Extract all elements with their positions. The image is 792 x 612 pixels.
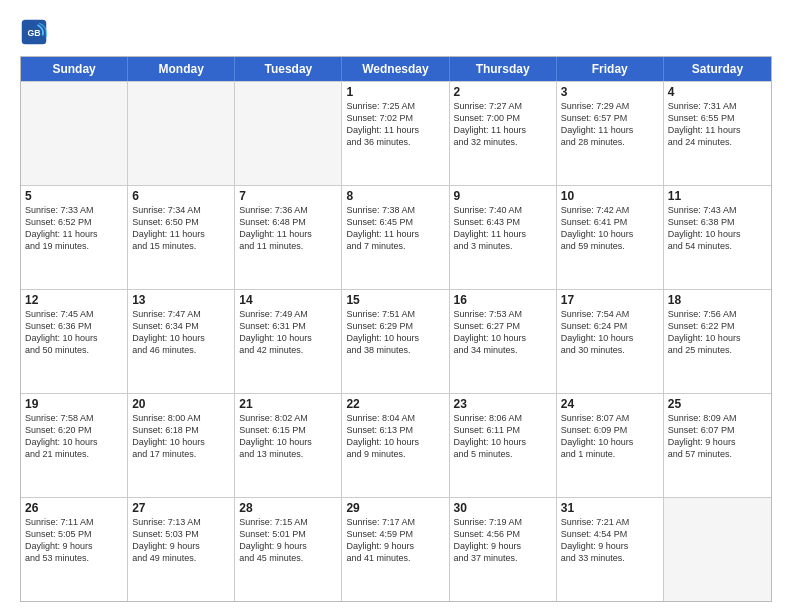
day-number: 1 xyxy=(346,85,444,99)
calendar-cell: 21Sunrise: 8:02 AMSunset: 6:15 PMDayligh… xyxy=(235,394,342,497)
calendar-cell: 12Sunrise: 7:45 AMSunset: 6:36 PMDayligh… xyxy=(21,290,128,393)
calendar-row-1: 1Sunrise: 7:25 AMSunset: 7:02 PMDaylight… xyxy=(21,81,771,185)
cell-info: Sunrise: 7:56 AMSunset: 6:22 PMDaylight:… xyxy=(668,308,767,357)
calendar-cell: 10Sunrise: 7:42 AMSunset: 6:41 PMDayligh… xyxy=(557,186,664,289)
calendar-row-4: 19Sunrise: 7:58 AMSunset: 6:20 PMDayligh… xyxy=(21,393,771,497)
calendar-cell: 5Sunrise: 7:33 AMSunset: 6:52 PMDaylight… xyxy=(21,186,128,289)
calendar-cell: 23Sunrise: 8:06 AMSunset: 6:11 PMDayligh… xyxy=(450,394,557,497)
day-number: 2 xyxy=(454,85,552,99)
cell-info: Sunrise: 7:47 AMSunset: 6:34 PMDaylight:… xyxy=(132,308,230,357)
cell-info: Sunrise: 7:45 AMSunset: 6:36 PMDaylight:… xyxy=(25,308,123,357)
cell-info: Sunrise: 8:07 AMSunset: 6:09 PMDaylight:… xyxy=(561,412,659,461)
calendar-cell: 31Sunrise: 7:21 AMSunset: 4:54 PMDayligh… xyxy=(557,498,664,601)
calendar-cell: 18Sunrise: 7:56 AMSunset: 6:22 PMDayligh… xyxy=(664,290,771,393)
cell-info: Sunrise: 8:09 AMSunset: 6:07 PMDaylight:… xyxy=(668,412,767,461)
day-number: 26 xyxy=(25,501,123,515)
header-day-sunday: Sunday xyxy=(21,57,128,81)
day-number: 15 xyxy=(346,293,444,307)
calendar-cell: 6Sunrise: 7:34 AMSunset: 6:50 PMDaylight… xyxy=(128,186,235,289)
cell-info: Sunrise: 7:25 AMSunset: 7:02 PMDaylight:… xyxy=(346,100,444,149)
cell-info: Sunrise: 8:00 AMSunset: 6:18 PMDaylight:… xyxy=(132,412,230,461)
day-number: 11 xyxy=(668,189,767,203)
calendar-cell: 15Sunrise: 7:51 AMSunset: 6:29 PMDayligh… xyxy=(342,290,449,393)
page-header: GB xyxy=(20,18,772,46)
calendar-cell: 8Sunrise: 7:38 AMSunset: 6:45 PMDaylight… xyxy=(342,186,449,289)
cell-info: Sunrise: 7:11 AMSunset: 5:05 PMDaylight:… xyxy=(25,516,123,565)
calendar-body: 1Sunrise: 7:25 AMSunset: 7:02 PMDaylight… xyxy=(21,81,771,601)
cell-info: Sunrise: 7:49 AMSunset: 6:31 PMDaylight:… xyxy=(239,308,337,357)
calendar-cell: 22Sunrise: 8:04 AMSunset: 6:13 PMDayligh… xyxy=(342,394,449,497)
calendar-cell: 17Sunrise: 7:54 AMSunset: 6:24 PMDayligh… xyxy=(557,290,664,393)
calendar-cell: 9Sunrise: 7:40 AMSunset: 6:43 PMDaylight… xyxy=(450,186,557,289)
calendar-cell: 25Sunrise: 8:09 AMSunset: 6:07 PMDayligh… xyxy=(664,394,771,497)
cell-info: Sunrise: 8:06 AMSunset: 6:11 PMDaylight:… xyxy=(454,412,552,461)
calendar-cell: 14Sunrise: 7:49 AMSunset: 6:31 PMDayligh… xyxy=(235,290,342,393)
header-day-saturday: Saturday xyxy=(664,57,771,81)
cell-info: Sunrise: 7:27 AMSunset: 7:00 PMDaylight:… xyxy=(454,100,552,149)
cell-info: Sunrise: 8:04 AMSunset: 6:13 PMDaylight:… xyxy=(346,412,444,461)
cell-info: Sunrise: 7:54 AMSunset: 6:24 PMDaylight:… xyxy=(561,308,659,357)
day-number: 7 xyxy=(239,189,337,203)
calendar-cell: 4Sunrise: 7:31 AMSunset: 6:55 PMDaylight… xyxy=(664,82,771,185)
cell-info: Sunrise: 7:19 AMSunset: 4:56 PMDaylight:… xyxy=(454,516,552,565)
calendar-cell: 29Sunrise: 7:17 AMSunset: 4:59 PMDayligh… xyxy=(342,498,449,601)
calendar-cell: 13Sunrise: 7:47 AMSunset: 6:34 PMDayligh… xyxy=(128,290,235,393)
cell-info: Sunrise: 7:29 AMSunset: 6:57 PMDaylight:… xyxy=(561,100,659,149)
day-number: 21 xyxy=(239,397,337,411)
calendar-cell: 16Sunrise: 7:53 AMSunset: 6:27 PMDayligh… xyxy=(450,290,557,393)
day-number: 18 xyxy=(668,293,767,307)
cell-info: Sunrise: 7:15 AMSunset: 5:01 PMDaylight:… xyxy=(239,516,337,565)
calendar-header: SundayMondayTuesdayWednesdayThursdayFrid… xyxy=(21,57,771,81)
calendar-cell xyxy=(664,498,771,601)
header-day-monday: Monday xyxy=(128,57,235,81)
calendar-page: GB SundayMondayTuesdayWednesdayThursdayF… xyxy=(0,0,792,612)
calendar-cell: 11Sunrise: 7:43 AMSunset: 6:38 PMDayligh… xyxy=(664,186,771,289)
cell-info: Sunrise: 7:40 AMSunset: 6:43 PMDaylight:… xyxy=(454,204,552,253)
day-number: 9 xyxy=(454,189,552,203)
calendar-cell xyxy=(235,82,342,185)
day-number: 14 xyxy=(239,293,337,307)
day-number: 20 xyxy=(132,397,230,411)
cell-info: Sunrise: 7:38 AMSunset: 6:45 PMDaylight:… xyxy=(346,204,444,253)
day-number: 27 xyxy=(132,501,230,515)
day-number: 22 xyxy=(346,397,444,411)
calendar-row-5: 26Sunrise: 7:11 AMSunset: 5:05 PMDayligh… xyxy=(21,497,771,601)
day-number: 31 xyxy=(561,501,659,515)
calendar-cell: 28Sunrise: 7:15 AMSunset: 5:01 PMDayligh… xyxy=(235,498,342,601)
calendar-cell: 27Sunrise: 7:13 AMSunset: 5:03 PMDayligh… xyxy=(128,498,235,601)
cell-info: Sunrise: 7:33 AMSunset: 6:52 PMDaylight:… xyxy=(25,204,123,253)
day-number: 29 xyxy=(346,501,444,515)
day-number: 12 xyxy=(25,293,123,307)
day-number: 3 xyxy=(561,85,659,99)
calendar-cell: 19Sunrise: 7:58 AMSunset: 6:20 PMDayligh… xyxy=(21,394,128,497)
day-number: 10 xyxy=(561,189,659,203)
cell-info: Sunrise: 7:17 AMSunset: 4:59 PMDaylight:… xyxy=(346,516,444,565)
day-number: 13 xyxy=(132,293,230,307)
cell-info: Sunrise: 7:53 AMSunset: 6:27 PMDaylight:… xyxy=(454,308,552,357)
day-number: 30 xyxy=(454,501,552,515)
cell-info: Sunrise: 7:43 AMSunset: 6:38 PMDaylight:… xyxy=(668,204,767,253)
calendar-cell: 2Sunrise: 7:27 AMSunset: 7:00 PMDaylight… xyxy=(450,82,557,185)
day-number: 28 xyxy=(239,501,337,515)
day-number: 23 xyxy=(454,397,552,411)
cell-info: Sunrise: 7:42 AMSunset: 6:41 PMDaylight:… xyxy=(561,204,659,253)
calendar-row-3: 12Sunrise: 7:45 AMSunset: 6:36 PMDayligh… xyxy=(21,289,771,393)
calendar-cell: 20Sunrise: 8:00 AMSunset: 6:18 PMDayligh… xyxy=(128,394,235,497)
cell-info: Sunrise: 7:58 AMSunset: 6:20 PMDaylight:… xyxy=(25,412,123,461)
day-number: 24 xyxy=(561,397,659,411)
calendar-grid: SundayMondayTuesdayWednesdayThursdayFrid… xyxy=(20,56,772,602)
header-day-tuesday: Tuesday xyxy=(235,57,342,81)
day-number: 25 xyxy=(668,397,767,411)
day-number: 17 xyxy=(561,293,659,307)
cell-info: Sunrise: 7:31 AMSunset: 6:55 PMDaylight:… xyxy=(668,100,767,149)
logo-icon: GB xyxy=(20,18,48,46)
day-number: 16 xyxy=(454,293,552,307)
logo: GB xyxy=(20,18,52,46)
day-number: 5 xyxy=(25,189,123,203)
calendar-cell: 30Sunrise: 7:19 AMSunset: 4:56 PMDayligh… xyxy=(450,498,557,601)
header-day-friday: Friday xyxy=(557,57,664,81)
cell-info: Sunrise: 7:51 AMSunset: 6:29 PMDaylight:… xyxy=(346,308,444,357)
day-number: 8 xyxy=(346,189,444,203)
calendar-cell: 7Sunrise: 7:36 AMSunset: 6:48 PMDaylight… xyxy=(235,186,342,289)
cell-info: Sunrise: 8:02 AMSunset: 6:15 PMDaylight:… xyxy=(239,412,337,461)
